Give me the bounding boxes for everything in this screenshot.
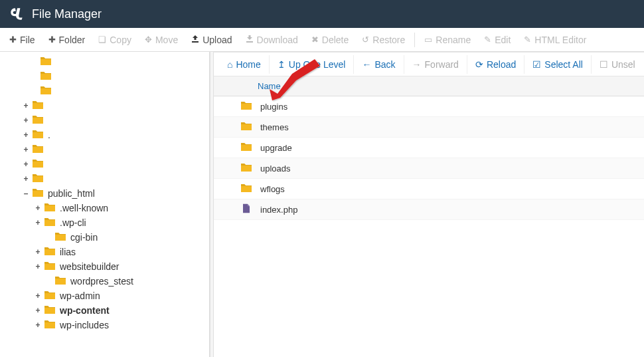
file-name: index.php <box>260 205 297 215</box>
tree-item[interactable]: –public_html <box>8 186 209 201</box>
folder-icon <box>32 158 44 170</box>
tree-item[interactable]: +wp-admin <box>8 289 209 303</box>
back-button[interactable]: ←Back <box>354 55 404 74</box>
expand-toggle[interactable]: + <box>23 174 29 183</box>
tree-item[interactable]: wordpres_stest <box>8 274 209 289</box>
tree-label: public_html <box>46 188 95 199</box>
file-row[interactable]: uploads <box>214 158 644 179</box>
tree-label: . <box>46 130 50 140</box>
tree-item[interactable]: +. <box>8 128 209 142</box>
column-name[interactable]: Name <box>258 81 281 91</box>
expand-toggle[interactable]: + <box>35 306 41 315</box>
file-row[interactable]: index.php <box>214 199 644 220</box>
divider <box>414 33 415 47</box>
page-title: File Manager <box>32 7 102 21</box>
tree-item[interactable] <box>8 55 209 69</box>
tree-item[interactable]: +.wp-cli <box>8 215 209 230</box>
move-icon: ✥ <box>145 35 152 45</box>
tree-item[interactable]: + <box>8 157 209 172</box>
plus-icon: ✚ <box>9 35 17 45</box>
tree-item[interactable]: + <box>8 98 209 113</box>
file-name: plugins <box>260 102 287 112</box>
html-editor-icon: ✎ <box>524 35 531 45</box>
folder-icon <box>54 231 66 243</box>
html-editor-button[interactable]: ✎HTML Editor <box>517 31 593 49</box>
file-row[interactable]: themes <box>214 117 644 138</box>
tree-item[interactable]: cgi-bin <box>8 230 209 245</box>
edit-button[interactable]: ✎Edit <box>477 31 517 49</box>
up-button[interactable]: ↥Up One Level <box>270 55 355 74</box>
folder-icon <box>44 304 56 316</box>
tree-label: wp-admin <box>58 291 100 301</box>
delete-icon: ✖ <box>311 35 319 45</box>
file-name: upgrade <box>260 143 292 153</box>
nav-toolbar: ⌂Home ↥Up One Level ←Back →Forward ⟳Relo… <box>214 53 644 76</box>
tree-label: wordpres_stest <box>69 276 133 287</box>
tree-item[interactable]: +wp-includes <box>8 318 209 332</box>
expand-toggle[interactable]: + <box>23 116 29 125</box>
file-row[interactable]: upgrade <box>214 138 644 158</box>
folder-icon <box>44 217 56 229</box>
tree-label: cgi-bin <box>69 232 98 243</box>
folder-icon <box>54 275 66 287</box>
file-row[interactable]: wflogs <box>214 179 644 199</box>
restore-icon: ↺ <box>362 35 369 45</box>
tree-item[interactable]: + <box>8 172 209 186</box>
table-header: Name <box>214 76 644 96</box>
folder-icon <box>40 56 52 68</box>
folder-icon <box>240 121 252 133</box>
tree-item[interactable]: +websitebuilder <box>8 259 209 274</box>
expand-toggle[interactable]: + <box>23 160 29 169</box>
expand-toggle[interactable]: + <box>35 218 41 227</box>
tree-item[interactable]: +wp-content <box>8 303 209 318</box>
folder-icon <box>44 261 56 273</box>
tree-item[interactable] <box>8 69 209 84</box>
folder-icon <box>44 290 56 302</box>
home-icon: ⌂ <box>227 59 232 70</box>
expand-toggle[interactable]: + <box>23 130 29 140</box>
file-list: pluginsthemesupgradeuploadswflogsindex.p… <box>214 96 644 357</box>
upload-button[interactable]: Upload <box>185 31 238 49</box>
copy-button[interactable]: ❏Copy <box>92 31 138 49</box>
tree-item[interactable]: + <box>8 142 209 157</box>
expand-toggle[interactable]: + <box>35 320 41 330</box>
restore-button[interactable]: ↺Restore <box>355 31 412 49</box>
rename-button[interactable]: ▭Rename <box>418 31 477 49</box>
tree-label: ilias <box>58 247 76 257</box>
folder-icon <box>32 187 44 199</box>
expand-toggle[interactable]: + <box>35 262 41 271</box>
move-button[interactable]: ✥Move <box>138 31 185 49</box>
tree-label: wp-includes <box>58 320 109 330</box>
unselect-button[interactable]: ☐Unsel <box>592 55 643 74</box>
tree-item[interactable]: +ilias <box>8 245 209 259</box>
forward-button[interactable]: →Forward <box>404 55 467 74</box>
reload-button[interactable]: ⟳Reload <box>467 55 524 74</box>
download-button[interactable]: Download <box>239 31 305 49</box>
new-file-button[interactable]: ✚File <box>3 31 42 49</box>
reload-icon: ⟳ <box>475 59 483 70</box>
expand-toggle[interactable]: – <box>23 189 29 198</box>
file-row[interactable]: plugins <box>214 96 644 117</box>
download-icon <box>246 35 254 45</box>
folder-icon <box>40 85 52 97</box>
home-button[interactable]: ⌂Home <box>219 55 270 74</box>
tree-item[interactable] <box>8 84 209 98</box>
folder-icon <box>44 246 56 258</box>
main-panel: ⌂Home ↥Up One Level ←Back →Forward ⟳Relo… <box>214 52 644 357</box>
plus-icon: ✚ <box>48 35 56 45</box>
tree-item[interactable]: +.well-known <box>8 201 209 215</box>
tree-item[interactable]: + <box>8 113 209 128</box>
select-all-button[interactable]: ☑Select All <box>524 55 592 74</box>
app-header: File Manager <box>0 0 644 28</box>
expand-toggle[interactable]: + <box>23 101 29 110</box>
expand-toggle[interactable]: + <box>35 291 41 300</box>
delete-button[interactable]: ✖Delete <box>305 31 355 49</box>
folder-icon <box>32 100 44 112</box>
expand-toggle[interactable]: + <box>35 203 41 213</box>
new-folder-button[interactable]: ✚Folder <box>42 31 92 49</box>
tree-label: wp-content <box>58 305 110 316</box>
file-name: wflogs <box>260 184 285 194</box>
folder-icon <box>40 70 52 82</box>
expand-toggle[interactable]: + <box>23 145 29 154</box>
expand-toggle[interactable]: + <box>35 247 41 257</box>
